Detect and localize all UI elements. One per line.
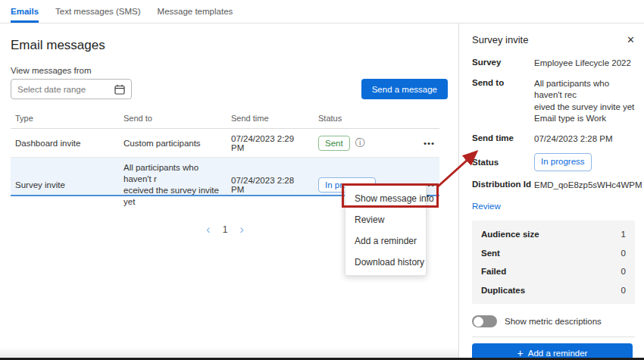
top-tab-bar: Emails Text messages (SMS) Message templ… xyxy=(0,0,644,23)
calendar-icon xyxy=(114,84,125,95)
field-value-send-time: 07/24/2023 2:28 PM xyxy=(534,133,635,146)
col-header-status: Status xyxy=(314,114,388,123)
view-messages-from-label: View messages from xyxy=(11,66,458,75)
field-value-distribution-id: EMD_qoE8zp5sWHc4WPM xyxy=(534,180,642,192)
metric-row: Duplicates 0 xyxy=(481,281,626,300)
review-link[interactable]: Review xyxy=(472,202,501,211)
show-metric-descriptions-toggle[interactable] xyxy=(472,315,497,327)
col-header-send-time: Send time xyxy=(227,114,314,123)
row-send-to: Custom participants xyxy=(119,134,227,152)
field-value-send-to: All participants who haven't rec eived t… xyxy=(534,78,635,125)
metric-value-sent: 0 xyxy=(621,249,626,258)
col-header-send-to: Send to xyxy=(119,114,227,123)
close-icon[interactable]: ✕ xyxy=(627,34,635,45)
metric-row: Sent 0 xyxy=(481,244,626,263)
menu-item-review[interactable]: Review xyxy=(345,209,426,230)
menu-item-add-a-reminder[interactable]: Add a reminder xyxy=(345,230,426,252)
table-row[interactable]: Dashboard invite Custom participants 07/… xyxy=(11,129,439,158)
col-header-type: Type xyxy=(11,114,119,123)
menu-item-show-message-info[interactable]: Show message info xyxy=(345,188,426,209)
panel-title: Survey invite xyxy=(472,34,528,45)
metric-value-audience-size: 1 xyxy=(621,230,626,239)
row-actions-context-menu: Show message info Review Add a reminder … xyxy=(345,185,427,276)
previous-page-icon[interactable]: ‹ xyxy=(206,223,211,236)
plus-icon: + xyxy=(517,348,524,358)
metric-value-duplicates: 0 xyxy=(621,286,626,295)
tab-emails[interactable]: Emails xyxy=(11,1,39,23)
menu-item-download-history[interactable]: Download history xyxy=(345,252,426,273)
status-badge: Sent xyxy=(318,136,350,151)
metric-row: Failed 0 xyxy=(481,262,626,281)
date-range-placeholder: Select date range xyxy=(17,85,114,94)
message-info-panel: Survey invite ✕ Survey Employee Lifecycl… xyxy=(458,23,644,358)
send-a-message-button[interactable]: Send a message xyxy=(361,79,448,99)
row-send-time: 07/24/2023 2:29 PM xyxy=(227,130,314,157)
field-label-status: Status xyxy=(472,158,534,167)
field-value-survey: Employee Lifecycle 2022 xyxy=(534,58,635,70)
metric-label-audience-size: Audience size xyxy=(481,230,539,239)
metric-value-failed: 0 xyxy=(621,267,626,276)
metric-row: Audience size 1 xyxy=(481,225,626,244)
messages-table: Type Send to Send time Status Dashboard … xyxy=(11,108,439,196)
row-send-time: 07/24/2023 2:28 PM xyxy=(227,171,314,199)
row-actions-menu-button[interactable]: ••• xyxy=(388,134,439,152)
row-type: Dashboard invite xyxy=(11,134,119,152)
toggle-label: Show metric descriptions xyxy=(505,317,602,326)
next-page-icon[interactable]: › xyxy=(239,223,244,236)
tab-text-messages[interactable]: Text messages (SMS) xyxy=(55,1,140,23)
metric-label-duplicates: Duplicates xyxy=(481,286,525,295)
metric-label-failed: Failed xyxy=(481,267,506,276)
tab-message-templates[interactable]: Message templates xyxy=(158,1,233,23)
row-send-to: All participants who haven't r eceived t… xyxy=(119,158,227,212)
field-label-send-to: Send to xyxy=(472,78,534,125)
metrics-summary: Audience size 1 Sent 0 Failed 0 Duplicat… xyxy=(472,221,635,304)
field-label-survey: Survey xyxy=(472,58,534,70)
table-header-row: Type Send to Send time Status xyxy=(11,108,439,129)
page-title: Email messages xyxy=(11,38,458,53)
bottom-fade xyxy=(0,347,458,358)
metric-label-sent: Sent xyxy=(481,249,500,258)
date-range-input[interactable]: Select date range xyxy=(11,79,132,99)
panel-status-badge: In progress xyxy=(534,153,592,171)
field-label-distribution-id: Distribution Id xyxy=(472,180,534,192)
row-type: Survey invite xyxy=(11,176,119,194)
info-icon[interactable]: ⓘ xyxy=(355,138,365,148)
field-label-send-time: Send time xyxy=(472,133,534,146)
page-number: 1 xyxy=(223,224,228,235)
